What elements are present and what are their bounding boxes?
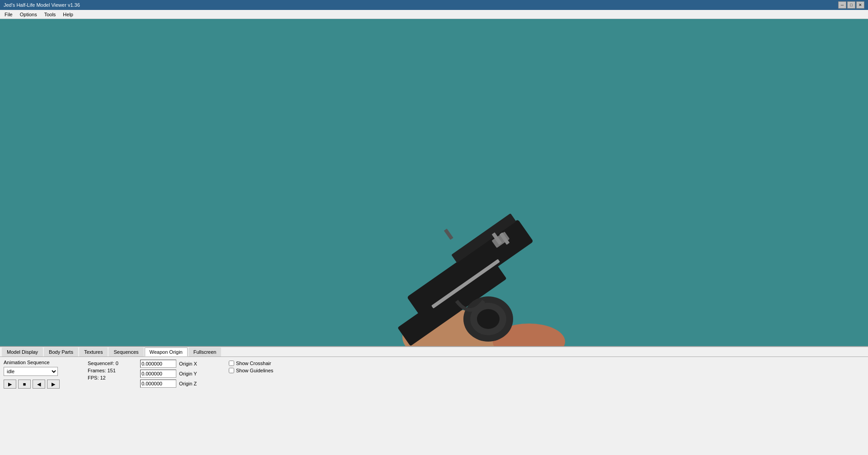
sequence-dropdown-wrapper: idle walk run shoot reload	[4, 367, 80, 376]
origin-y-input[interactable]	[140, 370, 176, 378]
menu-bar: File Options Tools Help	[0, 10, 868, 19]
tabs-row: Model Display Body Parts Textures Sequen…	[0, 347, 868, 357]
tab-model-display[interactable]: Model Display	[2, 347, 43, 356]
origin-z-row: Origin Z	[140, 380, 222, 388]
next-frame-button[interactable]: ▶	[47, 380, 60, 389]
menu-help[interactable]: Help	[59, 11, 77, 18]
checkboxes-col: Show Crosshair Show Guidelines	[229, 360, 274, 444]
restore-button[interactable]: □	[847, 1, 855, 9]
show-guidelines-checkbox[interactable]	[229, 368, 234, 373]
menu-file[interactable]: File	[1, 11, 16, 18]
menu-tools[interactable]: Tools	[41, 11, 60, 18]
origin-z-input[interactable]	[140, 380, 176, 388]
menu-options[interactable]: Options	[16, 11, 41, 18]
stop-button[interactable]: ■	[18, 380, 31, 389]
minimize-button[interactable]: ─	[838, 1, 846, 9]
svg-rect-9	[444, 229, 453, 240]
sequence-num-stat: Sequence#: 0	[88, 360, 133, 367]
origin-fields-col: Origin X Origin Y Origin Z	[140, 360, 222, 444]
origin-x-label: Origin X	[179, 361, 202, 366]
show-guidelines-label: Show Guidelines	[236, 368, 274, 373]
tab-sequences[interactable]: Sequences	[108, 347, 143, 356]
frames-stat: Frames: 151	[88, 367, 133, 374]
stats-col: Sequence#: 0 Frames: 151 FPS: 12	[88, 360, 133, 444]
gun-container	[366, 165, 592, 346]
origin-z-label: Origin Z	[179, 381, 202, 386]
fps-stat: FPS: 12	[88, 374, 133, 381]
show-crosshair-checkbox[interactable]	[229, 361, 234, 366]
content-area: Animation Sequence idle walk run shoot r…	[0, 357, 868, 446]
tab-textures[interactable]: Textures	[79, 347, 108, 356]
show-crosshair-label: Show Crosshair	[236, 361, 271, 366]
show-crosshair-row: Show Crosshair	[229, 361, 274, 366]
origin-y-label: Origin Y	[179, 371, 202, 376]
sequence-dropdown[interactable]: idle walk run shoot reload	[4, 367, 58, 376]
origin-x-input[interactable]	[140, 360, 176, 368]
bottom-panel: Model Display Body Parts Textures Sequen…	[0, 346, 868, 446]
prev-frame-button[interactable]: ◀	[33, 380, 45, 389]
show-guidelines-row: Show Guidelines	[229, 368, 274, 373]
animation-sequence-col: Animation Sequence idle walk run shoot r…	[4, 360, 80, 444]
tab-weapon-origin[interactable]: Weapon Origin	[145, 347, 188, 356]
tab-body-parts[interactable]: Body Parts	[44, 347, 78, 356]
svg-point-7	[477, 309, 500, 329]
animation-sequence-label: Animation Sequence	[4, 360, 80, 365]
origin-y-row: Origin Y	[140, 370, 222, 378]
title-bar-controls: ─ □ ✕	[838, 1, 864, 9]
viewport[interactable]	[0, 19, 868, 346]
title-bar-title: Jed's Half-Life Model Viewer v1.36	[4, 2, 80, 8]
tab-fullscreen[interactable]: Fullscreen	[189, 347, 222, 356]
close-button[interactable]: ✕	[856, 1, 864, 9]
playback-controls: ▶ ■ ◀ ▶	[4, 380, 80, 389]
play-button[interactable]: ▶	[4, 380, 16, 389]
title-bar: Jed's Half-Life Model Viewer v1.36 ─ □ ✕	[0, 0, 868, 10]
origin-x-row: Origin X	[140, 360, 222, 368]
